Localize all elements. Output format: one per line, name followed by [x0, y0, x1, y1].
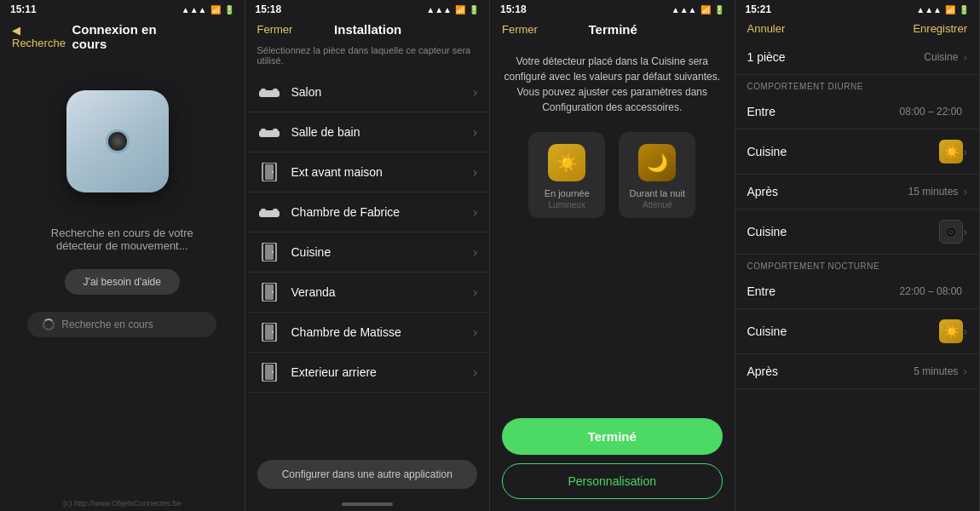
- signal-icon-3: ▲▲▲: [672, 5, 697, 14]
- sofa-icon: [257, 203, 281, 221]
- list-item[interactable]: Chambre de Matisse ›: [245, 313, 490, 353]
- list-item[interactable]: Veranda ›: [245, 273, 490, 313]
- cancel-button[interactable]: Annuler: [747, 22, 786, 35]
- svg-point-17: [271, 291, 273, 293]
- nav-title-2: Installation: [334, 22, 401, 37]
- panel-settings: 15:21 ▲▲▲ 📶 🔋 Annuler Enregistrer 1 pièc…: [735, 0, 981, 511]
- personnalisation-button[interactable]: Personnalisation: [502, 463, 723, 499]
- entre-label: Entre: [747, 105, 900, 118]
- panel2-subtitle: Sélectionnez la pièce dans laquelle ce c…: [245, 42, 490, 72]
- signal-icon-4: ▲▲▲: [916, 5, 942, 14]
- chevron-icon: ›: [963, 50, 967, 64]
- time-2: 15:18: [256, 3, 282, 15]
- list-item[interactable]: Salon ›: [245, 72, 490, 112]
- svg-rect-1: [261, 89, 266, 94]
- room-name: Ext avant maison: [291, 165, 464, 179]
- door-icon: [257, 243, 281, 261]
- svg-point-14: [271, 251, 273, 253]
- mode-cards: ☀️ En journée Lumineux 🌙 Durant la nuit …: [502, 132, 723, 218]
- nav-bar-1: ◀ Recherche Connexion en cours: [0, 17, 245, 56]
- piece-row[interactable]: 1 pièce Cuisine ›: [735, 40, 980, 75]
- bottom-indicator: [342, 502, 393, 506]
- status-icons-4: ▲▲▲ 📶 🔋: [916, 5, 969, 14]
- nav-bar-2: Fermer Installation: [245, 17, 490, 42]
- device-cube: [66, 90, 169, 192]
- apres-nuit-value: 5 minutes: [914, 365, 958, 377]
- termine-button[interactable]: Terminé: [502, 418, 723, 455]
- back-button-1[interactable]: ◀ Recherche: [12, 24, 72, 49]
- room-name: Salle de bain: [291, 125, 464, 139]
- action-buttons: Terminé Personnalisation: [502, 418, 723, 499]
- sofa-icon: [257, 123, 281, 141]
- status-icons-1: ▲▲▲ 📶 🔋: [182, 5, 234, 14]
- room-name: Veranda: [291, 285, 464, 299]
- chevron-right-icon: ›: [473, 285, 477, 299]
- section-diurne: COMPORTEMENT DIURNE: [735, 75, 980, 95]
- room-name: Salon: [291, 85, 464, 99]
- apres-row[interactable]: Après 15 minutes ›: [735, 175, 980, 210]
- piece-label: 1 pièce: [747, 50, 925, 64]
- cuisine-row-2[interactable]: Cuisine ⊙ ›: [735, 210, 980, 255]
- sun-icon: ☀️: [548, 144, 585, 181]
- door-icon: [257, 163, 281, 181]
- door-icon: [257, 363, 281, 382]
- nav-title-1: Connexion en cours: [72, 22, 185, 51]
- help-button[interactable]: J'ai besoin d'aide: [65, 269, 180, 295]
- close-button-3[interactable]: Fermer: [502, 23, 538, 36]
- chevron-icon-2: ›: [963, 145, 967, 158]
- svg-point-23: [271, 371, 273, 373]
- watermark: (c) http://www.ObjetsConnectes.be: [0, 499, 245, 508]
- room-name: Cuisine: [291, 245, 464, 259]
- svg-point-8: [271, 171, 273, 173]
- apres-nuit-label: Après: [747, 365, 914, 378]
- chevron-icon-4: ›: [963, 225, 967, 238]
- list-item[interactable]: Chambre de Fabrice ›: [245, 192, 490, 233]
- room-name: Exterieur arriere: [291, 365, 464, 379]
- chevron-right-icon: ›: [473, 125, 477, 139]
- panel1-content: Recherche en cours de votre détecteur de…: [0, 56, 245, 511]
- apres-nuit-row[interactable]: Après 5 minutes ›: [735, 354, 980, 389]
- cuisine-label-1: Cuisine: [747, 145, 940, 158]
- signal-icon-2: ▲▲▲: [426, 5, 452, 14]
- cuisine-nuit-row[interactable]: Cuisine ☀️ ›: [735, 309, 980, 354]
- mode-card-day: ☀️ En journée Lumineux: [528, 132, 605, 218]
- apres-value: 15 minutes: [908, 186, 959, 198]
- panel-installation: 15:18 ▲▲▲ 📶 🔋 Fermer Installation Sélect…: [245, 0, 491, 511]
- entre-nuit-label: Entre: [747, 284, 900, 298]
- status-bar-2: 15:18 ▲▲▲ 📶 🔋: [245, 0, 490, 17]
- chevron-icon-5: ›: [963, 324, 967, 338]
- svg-rect-4: [261, 129, 266, 134]
- entre-value: 08:00 – 22:00: [900, 106, 962, 118]
- mode-day-label: En journée: [537, 188, 597, 198]
- piece-value: Cuisine: [924, 51, 958, 63]
- light-icon-orange-2: ☀️: [939, 319, 963, 343]
- time-1: 15:11: [10, 3, 37, 15]
- light-icon-orange: ☀️: [939, 140, 963, 164]
- list-item[interactable]: Cuisine ›: [245, 233, 490, 273]
- panel3-content: Votre détecteur placé dans la Cuisine se…: [490, 42, 735, 511]
- status-bar-1: 15:11 ▲▲▲ 📶 🔋: [0, 0, 245, 17]
- device-sensor: [106, 129, 130, 153]
- other-app-button[interactable]: Configurer dans une autre application: [257, 460, 478, 489]
- list-item[interactable]: Ext avant maison ›: [245, 152, 490, 192]
- list-item[interactable]: Exterieur arriere ›: [245, 353, 490, 393]
- mode-day-sublabel: Lumineux: [537, 200, 597, 210]
- nav-bar-4: Annuler Enregistrer: [735, 17, 980, 40]
- status-icons-2: ▲▲▲ 📶 🔋: [426, 5, 479, 14]
- nav-bar-3: Fermer Terminé: [490, 17, 735, 42]
- description-text: Votre détecteur placé dans la Cuisine se…: [502, 54, 723, 115]
- wifi-icon-3: 📶: [700, 5, 711, 14]
- list-item[interactable]: Salle de bain ›: [245, 112, 490, 152]
- chevron-right-icon: ›: [473, 205, 477, 219]
- mode-card-night: 🌙 Durant la nuit Atténué: [619, 132, 695, 218]
- battery-icon-2: 🔋: [469, 5, 479, 14]
- signal-icon: ▲▲▲: [182, 5, 207, 14]
- battery-icon-4: 🔋: [959, 5, 969, 14]
- cuisine-row-1[interactable]: Cuisine ☀️ ›: [735, 129, 980, 175]
- searching-bar: Recherche en cours: [27, 312, 216, 337]
- searching-label: Recherche en cours: [61, 319, 153, 330]
- entre-row: Entre 08:00 – 22:00: [735, 95, 980, 129]
- close-button-2[interactable]: Fermer: [257, 23, 293, 36]
- wifi-icon: 📶: [210, 5, 221, 14]
- save-button[interactable]: Enregistrer: [913, 22, 967, 35]
